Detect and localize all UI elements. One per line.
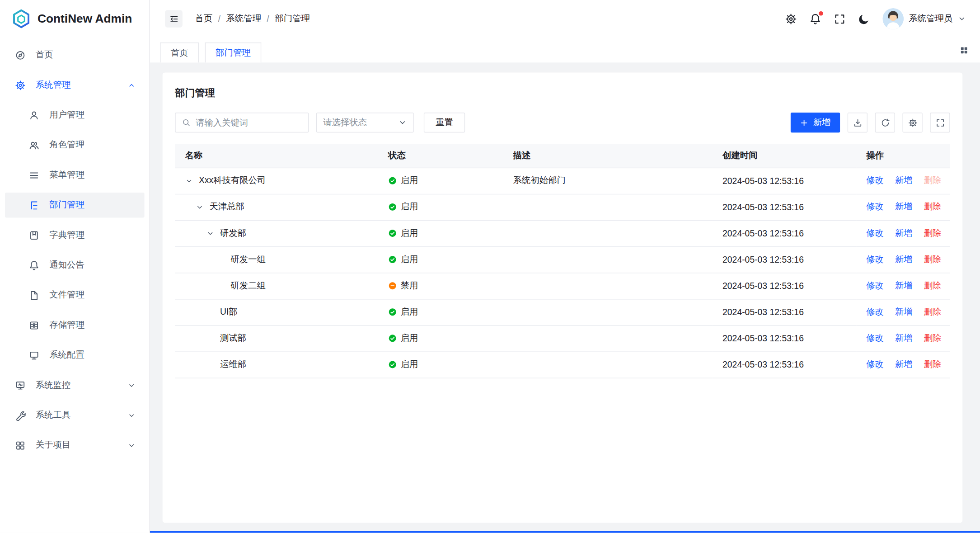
check-circle-icon: [388, 229, 397, 237]
edit-link[interactable]: 修改: [866, 307, 884, 316]
gear-icon: [908, 118, 917, 127]
tab-item[interactable]: 部门管理: [205, 42, 261, 62]
add-child-link[interactable]: 新增: [895, 175, 913, 185]
breadcrumb-item[interactable]: 系统管理: [226, 13, 261, 24]
edit-link[interactable]: 修改: [866, 228, 884, 238]
delete-link[interactable]: 删除: [924, 228, 942, 238]
table-settings-button[interactable]: [902, 113, 922, 132]
delete-link[interactable]: 删除: [924, 307, 942, 316]
delete-link[interactable]: 删除: [924, 254, 942, 264]
status-label: 启用: [401, 254, 418, 265]
export-button[interactable]: [848, 113, 867, 132]
add-child-link[interactable]: 新增: [895, 359, 913, 369]
created-time: 2024-05-03 12:53:16: [722, 307, 804, 317]
header-settings-button[interactable]: [785, 13, 797, 24]
page-title: 部门管理: [175, 85, 950, 101]
table-row: 运维部启用2024-05-03 12:53:16修改新增删除: [175, 351, 950, 377]
bell-icon: [29, 260, 40, 271]
sidebar-item-system-monitor[interactable]: 系统监控: [5, 373, 144, 397]
column-header: 状态: [378, 144, 503, 168]
add-child-link[interactable]: 新增: [895, 254, 913, 264]
sidebar-collapse-button[interactable]: [165, 10, 183, 28]
sidebar-item-dept-management[interactable]: 部门管理: [5, 193, 144, 217]
tab-layout-grid-icon[interactable]: [959, 45, 969, 55]
breadcrumb-separator: /: [218, 14, 220, 24]
dept-card: 部门管理 请选择状态 重置: [163, 72, 963, 523]
delete-link[interactable]: 删除: [924, 175, 942, 185]
sidebar-item-system-management[interactable]: 系统管理: [5, 72, 144, 97]
edit-link[interactable]: 修改: [866, 333, 884, 343]
bottom-accent-bar: [150, 531, 980, 533]
sidebar-item-notice-management[interactable]: 通知公告: [5, 253, 144, 278]
notifications-button[interactable]: [809, 13, 821, 24]
dept-name: 研发部: [220, 228, 246, 239]
sidebar-item-role-management[interactable]: 角色管理: [5, 132, 144, 157]
dept-name: 运维部: [220, 359, 246, 370]
sidebar-item-label: 字典管理: [49, 230, 84, 241]
settings-icon: [15, 80, 26, 90]
keyword-search[interactable]: [175, 113, 309, 132]
dark-mode-toggle[interactable]: [858, 13, 870, 24]
sidebar-menu: 首页系统管理用户管理角色管理菜单管理部门管理字典管理通知公告文件管理存储管理系统…: [0, 38, 150, 533]
status-select[interactable]: 请选择状态: [316, 113, 414, 132]
refresh-button[interactable]: [875, 113, 895, 132]
sidebar-item-user-management[interactable]: 用户管理: [5, 103, 144, 127]
sidebar-item-file-management[interactable]: 文件管理: [5, 283, 144, 307]
add-child-link[interactable]: 新增: [895, 201, 913, 211]
sidebar-item-system-tools[interactable]: 系统工具: [5, 403, 144, 428]
check-circle-icon: [388, 307, 397, 316]
sidebar-item-home[interactable]: 首页: [5, 42, 144, 67]
delete-link[interactable]: 删除: [924, 333, 942, 343]
fullscreen-icon: [935, 118, 945, 127]
fullscreen-button[interactable]: [834, 13, 845, 24]
sidebar-item-about-project[interactable]: 关于项目: [5, 433, 144, 458]
row-collapse-toggle[interactable]: [196, 203, 204, 211]
sidebar-item-storage-management[interactable]: 存储管理: [5, 313, 144, 338]
dept-name: 天津总部: [209, 201, 244, 212]
add-child-link[interactable]: 新增: [895, 333, 913, 343]
edit-link[interactable]: 修改: [866, 254, 884, 264]
chevron-down-icon: [127, 411, 136, 420]
edit-link[interactable]: 修改: [866, 175, 884, 185]
breadcrumb-separator: /: [267, 14, 269, 24]
created-time: 2024-05-03 12:53:16: [722, 333, 804, 343]
row-collapse-toggle[interactable]: [206, 229, 214, 237]
status-label: 禁用: [401, 280, 418, 291]
sidebar-item-menu-management[interactable]: 菜单管理: [5, 163, 144, 188]
breadcrumb-item[interactable]: 部门管理: [275, 13, 309, 24]
edit-link[interactable]: 修改: [866, 280, 884, 290]
sidebar-item-system-config[interactable]: 系统配置: [5, 343, 144, 368]
chevron-down-icon: [127, 441, 136, 449]
refresh-icon: [880, 118, 890, 127]
row-collapse-toggle[interactable]: [185, 177, 193, 185]
org-tree-icon: [29, 200, 40, 211]
tab-item[interactable]: 首页: [160, 42, 199, 62]
delete-link[interactable]: 删除: [924, 201, 942, 211]
status-label: 启用: [401, 332, 418, 344]
table-row: 研发部启用2024-05-03 12:53:16修改新增删除: [175, 220, 950, 246]
topbar: 首页/系统管理/部门管理: [150, 0, 980, 38]
logo[interactable]: ContiNew Admin: [0, 0, 150, 38]
main-area: 首页/系统管理/部门管理: [150, 0, 980, 533]
add-button[interactable]: 新增: [791, 113, 840, 132]
delete-link[interactable]: 删除: [924, 280, 942, 290]
edit-link[interactable]: 修改: [866, 201, 884, 211]
add-child-link[interactable]: 新增: [895, 280, 913, 290]
reset-button[interactable]: 重置: [424, 113, 465, 132]
sidebar-item-dict-management[interactable]: 字典管理: [5, 222, 144, 247]
storage-icon: [29, 320, 40, 331]
add-child-link[interactable]: 新增: [895, 228, 913, 238]
status-label: 启用: [401, 201, 418, 212]
add-button-label: 新增: [813, 117, 831, 128]
table-fullscreen-button[interactable]: [930, 113, 950, 132]
add-child-link[interactable]: 新增: [895, 307, 913, 316]
delete-link[interactable]: 删除: [924, 359, 942, 369]
table-row: UI部启用2024-05-03 12:53:16修改新增删除: [175, 299, 950, 325]
column-header: 操作: [856, 144, 950, 168]
toolbar-actions: 新增: [791, 113, 950, 132]
breadcrumb-item[interactable]: 首页: [195, 13, 213, 24]
search-input[interactable]: [196, 118, 302, 127]
edit-link[interactable]: 修改: [866, 359, 884, 369]
user-menu[interactable]: 系统管理员: [882, 8, 966, 29]
table-row: Xxx科技有限公司启用系统初始部门2024-05-03 12:53:16修改新增…: [175, 168, 950, 194]
